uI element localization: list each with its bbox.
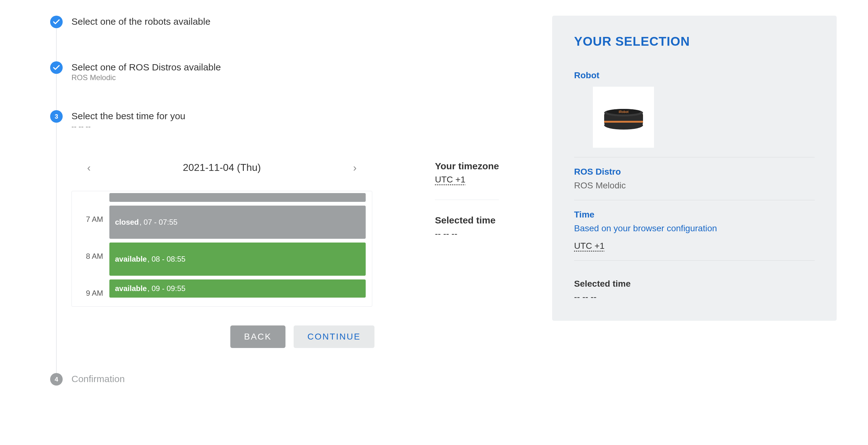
sidebar-distro-value: ROS Melodic: [574, 180, 815, 191]
date-label: 2021-11-04 (Thu): [183, 162, 261, 173]
check-icon: [53, 65, 60, 70]
sidebar-title: YOUR SELECTION: [574, 34, 815, 48]
step-2: Select one of ROS Distros available ROS …: [50, 61, 533, 110]
selected-time-heading: Selected time: [435, 215, 499, 226]
sidebar-time-utc[interactable]: UTC +1: [574, 241, 815, 251]
step-3: 3 Select the best time for you -- -- -- …: [50, 110, 533, 373]
next-day-button[interactable]: ›: [350, 159, 360, 176]
step-1: Select one of the robots available: [50, 15, 533, 61]
sidebar-seltime-label: Selected time: [574, 279, 815, 289]
step-2-title: Select one of ROS Distros available: [71, 62, 533, 73]
step-3-title: Select the best time for you: [71, 111, 533, 122]
sidebar-time-label: Time: [574, 210, 815, 220]
robot-icon: iRobot: [600, 103, 647, 131]
time-slot-available-9[interactable]: available, 09 - 09:55: [110, 279, 366, 298]
check-icon: [53, 20, 60, 25]
svg-text:iRobot: iRobot: [619, 110, 629, 113]
svg-rect-2: [604, 121, 643, 123]
prev-day-button[interactable]: ‹: [84, 159, 94, 176]
step-1-title: Select one of the robots available: [71, 16, 533, 27]
step-4-badge: 4: [50, 373, 63, 385]
step-3-badge: 3: [50, 110, 63, 123]
schedule-hour-7: 7 AM: [72, 204, 110, 241]
time-slot-closed-7: closed, 07 - 07:55: [110, 206, 366, 239]
robot-image: iRobot: [593, 87, 654, 148]
continue-button[interactable]: CONTINUE: [293, 326, 374, 348]
step-4: 4 Confirmation: [50, 373, 533, 385]
time-slot-available-8[interactable]: available, 08 - 08:55: [110, 242, 366, 276]
schedule[interactable]: 7 AM closed, 07 - 07:55 8 AM: [71, 191, 372, 307]
sidebar-seltime-value: -- -- --: [574, 292, 815, 302]
step-4-title: Confirmation: [71, 374, 533, 384]
step-2-sub: ROS Melodic: [71, 73, 533, 82]
sidebar-robot-label: Robot: [574, 70, 815, 80]
step-2-badge: [50, 61, 63, 74]
back-button[interactable]: BACK: [230, 326, 285, 348]
time-slot-closed-partial: [110, 193, 366, 202]
selection-sidebar: YOUR SELECTION Robot iRobot ROS Distro R…: [552, 15, 837, 321]
sidebar-time-hint: Based on your browser configuration: [574, 224, 815, 234]
timezone-value[interactable]: UTC +1: [435, 175, 499, 185]
step-3-sub: -- -- --: [71, 122, 533, 131]
date-nav: ‹ 2021-11-04 (Thu) ›: [71, 159, 372, 176]
sidebar-distro-label: ROS Distro: [574, 167, 815, 177]
step-1-badge: [50, 15, 63, 28]
timezone-heading: Your timezone: [435, 161, 499, 171]
schedule-hour-8: 8 AM: [72, 241, 110, 278]
selected-time-value: -- -- --: [435, 229, 499, 239]
schedule-hour-9: 9 AM: [72, 278, 110, 300]
